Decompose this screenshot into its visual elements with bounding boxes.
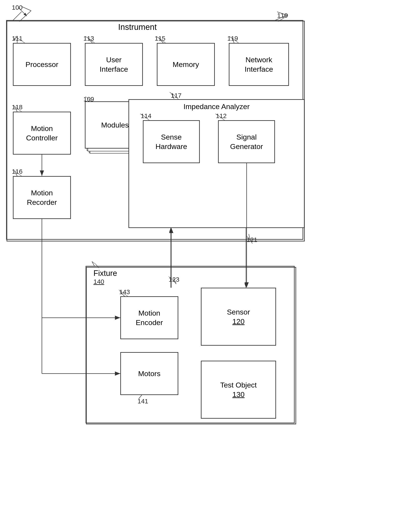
ref-116: 116 [12,168,23,175]
test-object-ref: 130 [232,390,245,399]
motion-encoder-label: MotionEncoder [136,308,163,327]
ref-113: 113 [83,35,94,42]
ref-111-arrow [12,35,18,41]
svg-line-75 [96,264,99,268]
box-memory: Memory [157,43,215,86]
box-motion-controller: MotionController [13,112,71,155]
sensor-ref: 120 [232,317,245,326]
processor-label: Processor [25,60,58,69]
ref-123: 123 [169,276,179,283]
box-processor: Processor [13,43,71,86]
network-interface-label: NetworkInterface [245,55,273,74]
signal-generator-label: SignalGenerator [230,132,263,151]
ref-143: 143 [119,288,130,296]
ref-141: 141 [137,398,148,405]
modules-label: Modules [101,120,129,130]
box-user-interface: UserInterface [85,43,143,86]
box-sense-hardware: SenseHardware [143,120,200,163]
memory-label: Memory [173,60,199,69]
ref-100-arrow [17,6,30,19]
ref-112: 112 [216,112,227,120]
sensor-label: Sensor [227,307,250,317]
box-motors: Motors [120,352,178,395]
diagram-container: 100 Instrument 110 Processor 111 UserInt… [0,0,400,532]
ref-118: 118 [12,103,23,111]
ref-140: 140 [93,278,104,285]
svg-line-29 [92,261,95,266]
impedance-analyzer-label: Impedance Analyzer [183,102,250,111]
motion-recorder-label: MotionRecorder [27,188,57,207]
ref-114: 114 [141,112,151,120]
test-object-label: Test Object [220,380,257,390]
svg-line-76 [92,261,96,264]
ref-110: 110 [277,12,288,19]
box-motion-recorder: MotionRecorder [13,176,71,219]
ref-121: 121 [247,236,257,243]
box-signal-generator: SignalGenerator [218,120,275,163]
ref-119: 119 [227,35,238,42]
instrument-label: Instrument [118,23,157,32]
sense-hardware-label: SenseHardware [155,132,187,151]
svg-line-32 [14,36,17,40]
box-sensor: Sensor 120 [201,288,276,346]
box-motion-encoder: MotionEncoder [120,296,178,339]
ref-115: 115 [155,35,165,42]
ref-117: 117 [171,92,181,99]
svg-line-30 [18,7,27,16]
box-network-interface: NetworkInterface [229,43,289,86]
motion-controller-label: MotionController [26,124,58,143]
ref-109: 109 [83,95,94,103]
fixture-label: Fixture [93,269,117,278]
box-test-object: Test Object 130 [201,361,276,419]
motors-label: Motors [138,369,161,378]
user-interface-label: UserInterface [100,55,128,74]
